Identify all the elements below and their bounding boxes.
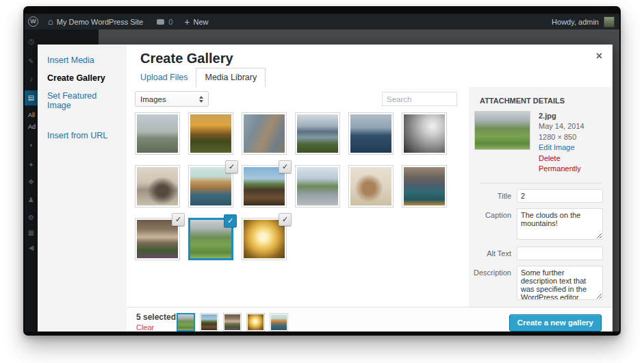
foggy-meadow-thumbnail bbox=[137, 114, 178, 153]
settings-icon[interactable]: ▦ bbox=[25, 229, 38, 237]
modal-content: Create Gallery × Upload FilesMedia Libra… bbox=[127, 45, 613, 307]
title-input[interactable] bbox=[517, 189, 603, 203]
comments-count: 0 bbox=[168, 18, 172, 26]
attachment-lakeside-reeds[interactable] bbox=[295, 112, 340, 155]
sunset-pasture-thumbnail bbox=[190, 114, 231, 153]
dashboard-icon[interactable]: ◷ bbox=[25, 38, 38, 46]
create-gallery-button[interactable]: Create a new gallery bbox=[509, 314, 602, 331]
media-modal: Insert MediaCreate GallerySet Featured I… bbox=[38, 45, 613, 331]
dimmed-admin-page: ◷✎♪▤AllAd◗✦❖♟⚙▦◀ Insert MediaCreate Gall… bbox=[25, 29, 619, 331]
mountain-road-thumbnail bbox=[297, 167, 338, 205]
selection-thumb-golden-field[interactable] bbox=[246, 313, 265, 331]
check-icon[interactable]: ✓ bbox=[225, 160, 238, 173]
attachment-date: May 14, 2014 bbox=[539, 121, 603, 132]
lakeside-reeds-thumbnail bbox=[297, 114, 338, 153]
attachment-highland-cow[interactable] bbox=[348, 165, 394, 208]
media-type-filter-select[interactable]: Images bbox=[135, 91, 209, 107]
description-textarea[interactable] bbox=[517, 266, 603, 300]
home-icon: ⌂ bbox=[48, 18, 53, 25]
modal-menu-set-featured-image[interactable]: Set Featured Image bbox=[38, 87, 127, 114]
wordpress-logo-icon[interactable]: W bbox=[28, 16, 38, 27]
alt-text-input[interactable] bbox=[517, 247, 603, 260]
edit-image-link[interactable]: Edit Image bbox=[539, 142, 603, 153]
screen-content: W ⌂ My Demo WordPress Site 0 + New Howdy… bbox=[25, 14, 619, 331]
modal-menu: Insert MediaCreate GallerySet Featured I… bbox=[38, 45, 127, 331]
tab-upload-files[interactable]: Upload Files bbox=[140, 68, 196, 87]
plugins-icon[interactable]: ❖ bbox=[25, 178, 38, 186]
selected-count: 5 selected bbox=[136, 312, 176, 322]
check-icon[interactable]: ✓ bbox=[172, 213, 185, 226]
media-icon[interactable]: ♪ bbox=[25, 75, 38, 84]
selection-thumb-green-valley[interactable] bbox=[177, 313, 195, 331]
close-icon[interactable]: × bbox=[596, 50, 602, 62]
mountain-lake-thumbnail bbox=[404, 167, 445, 205]
search-input[interactable] bbox=[382, 92, 457, 106]
canal-houses-mini-thumbnail bbox=[271, 314, 287, 330]
attachment-sunset-pasture[interactable] bbox=[188, 112, 233, 155]
attachment-orchard-trees[interactable]: ✓ bbox=[135, 218, 180, 260]
appearance-icon[interactable]: ✦ bbox=[25, 161, 38, 169]
modal-toolbar: 5 selected Clear Create a new gallery bbox=[127, 307, 613, 331]
clear-selection-link[interactable]: Clear bbox=[136, 323, 154, 331]
modal-header: Create Gallery × Upload FilesMedia Libra… bbox=[127, 45, 613, 87]
collapse-icon[interactable]: ◀ bbox=[25, 244, 38, 252]
avatar[interactable] bbox=[604, 16, 615, 27]
filter-value: Images bbox=[140, 95, 166, 103]
tab-media-library[interactable]: Media Library bbox=[196, 68, 266, 87]
attachment-fields: TitleCaptionAlt TextDescription bbox=[469, 189, 613, 301]
attachment-city-sunrays[interactable] bbox=[402, 112, 447, 155]
highland-cow-thumbnail bbox=[350, 167, 391, 205]
selection-preview-strip bbox=[177, 313, 288, 331]
tools-icon[interactable]: ⚙ bbox=[25, 214, 38, 222]
site-name-link[interactable]: My Demo WordPress Site bbox=[57, 18, 143, 26]
attachment-river-rocks[interactable] bbox=[242, 112, 287, 155]
attachment-green-valley[interactable]: ✓ bbox=[188, 218, 233, 260]
selection-thumb-orchard-trees[interactable] bbox=[223, 313, 242, 331]
city-sunrays-thumbnail bbox=[404, 114, 445, 153]
golden-field-mini-thumbnail bbox=[248, 314, 263, 330]
attachment-canal-houses[interactable]: ✓ bbox=[188, 165, 233, 208]
check-icon[interactable]: ✓ bbox=[279, 213, 292, 226]
users-icon[interactable]: ♟ bbox=[25, 196, 38, 204]
posts-icon[interactable]: ✎ bbox=[25, 58, 38, 66]
check-icon[interactable]: ✓ bbox=[279, 160, 292, 173]
check-icon[interactable]: ✓ bbox=[224, 214, 237, 227]
new-menu-link[interactable]: New bbox=[194, 18, 209, 26]
attachment-dimensions: 1280 × 850 bbox=[539, 132, 603, 142]
comments-icon[interactable] bbox=[157, 19, 164, 25]
modal-menu-insert-from-url[interactable]: Insert from URL bbox=[38, 127, 127, 145]
attachment-foggy-meadow[interactable] bbox=[135, 112, 180, 155]
attachment-stormy-sea[interactable] bbox=[348, 112, 394, 155]
title-field-row: Title bbox=[473, 189, 603, 203]
attachment-sea-stack-beach[interactable] bbox=[135, 165, 180, 208]
media-router: Upload FilesMedia Library bbox=[140, 68, 266, 87]
modal-menu-create-gallery[interactable]: Create Gallery bbox=[38, 69, 127, 87]
plus-icon: + bbox=[184, 18, 190, 25]
comments-icon[interactable]: ◗ bbox=[25, 141, 38, 149]
attachment-mountain-lake[interactable] bbox=[402, 165, 447, 208]
orchard-trees-mini-thumbnail bbox=[224, 314, 240, 330]
selection-thumb-railway-tracks[interactable] bbox=[200, 313, 218, 331]
wp-admin-bar: W ⌂ My Demo WordPress Site 0 + New Howdy… bbox=[25, 14, 619, 29]
delete-permanently-link[interactable]: Delete Permanently bbox=[539, 153, 603, 175]
browser-screen: W ⌂ My Demo WordPress Site 0 + New Howdy… bbox=[23, 6, 621, 336]
attachment-preview-thumbnail bbox=[474, 111, 530, 150]
attachment-golden-field[interactable]: ✓ bbox=[242, 218, 287, 260]
attachment-details-panel: ATTACHMENT DETAILS 2.jpg May 14, 2014 12… bbox=[469, 87, 613, 307]
caption-textarea[interactable] bbox=[517, 208, 603, 240]
stormy-sea-thumbnail bbox=[350, 114, 391, 153]
media-grid: ✓✓✓✓✓ bbox=[135, 112, 447, 260]
pages-icon: ▤ bbox=[25, 94, 38, 102]
alt-text-label: Alt Text bbox=[473, 247, 517, 260]
description-label: Description bbox=[473, 266, 517, 301]
modal-menu-insert-media[interactable]: Insert Media bbox=[38, 51, 127, 69]
attachments-browser: Images ✓✓✓✓✓ bbox=[127, 87, 469, 307]
railway-tracks-mini-thumbnail bbox=[201, 314, 217, 330]
menu-group-gap bbox=[38, 114, 127, 127]
selection-thumb-canal-houses[interactable] bbox=[270, 313, 288, 331]
title-label: Title bbox=[473, 189, 517, 203]
attachment-railway-tracks[interactable]: ✓ bbox=[242, 165, 287, 208]
green-valley-mini-thumbnail bbox=[178, 314, 194, 330]
howdy-account-link[interactable]: Howdy, admin bbox=[552, 18, 599, 26]
attachment-mountain-road[interactable] bbox=[295, 165, 340, 208]
